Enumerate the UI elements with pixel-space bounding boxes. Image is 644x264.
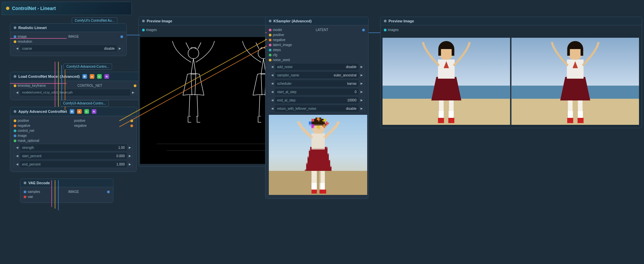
- add-noise-control[interactable]: ◀ add_noise disable ▶: [269, 63, 365, 70]
- start-at-step-label: start_at_step: [275, 90, 353, 94]
- ksampler-title: KSampler (Advanced): [273, 19, 311, 23]
- start-at-step-right[interactable]: ▶: [359, 88, 365, 95]
- title-dot: [6, 7, 9, 10]
- node-vae-decode-header: VAE Decode: [20, 179, 113, 187]
- label-images-2: images: [388, 28, 399, 32]
- sampler-name-left[interactable]: ◀: [269, 71, 275, 79]
- return-noise-left[interactable]: ◀: [269, 105, 275, 112]
- port-timestep-in: [14, 84, 16, 87]
- end-percent-control[interactable]: ◀ end_percent 1.000 ▶: [14, 161, 133, 168]
- label-positive-out: positive: [74, 119, 85, 122]
- return-noise-label: return_with_leftover_noise: [275, 107, 344, 110]
- node-apply-controlnet: Apply Advanced ControlNet ⊞ A C N positi…: [10, 107, 137, 172]
- node-realistic-lineart-title: Realistic Lineart: [18, 26, 47, 30]
- node-load-controlnet-header: Load ControlNet Model (Advanced) ⊞ A C N: [10, 72, 140, 81]
- label-positive-in: positive: [18, 119, 29, 122]
- end-at-step-left[interactable]: ◀: [269, 96, 275, 104]
- row-positive-k: positive: [269, 33, 365, 37]
- port-control-net-in: [14, 129, 16, 132]
- port-mask-in: [14, 140, 16, 142]
- label-negative-in: negative: [18, 124, 30, 127]
- strength-control[interactable]: ◀ strength 1.00 ▶: [14, 144, 133, 151]
- row-negative-k: negative: [269, 38, 365, 42]
- node-status-dot-4: [24, 182, 26, 184]
- row-vae: vae: [24, 195, 110, 199]
- coarse-control[interactable]: ◀ coarse disable ▶: [14, 45, 123, 52]
- coarse-left-btn[interactable]: ◀: [14, 45, 20, 52]
- add-noise-right[interactable]: ▶: [359, 63, 365, 70]
- end-left-btn[interactable]: ◀: [14, 161, 20, 168]
- add-noise-label: add_noise: [275, 65, 344, 69]
- row-image: image IMAGE: [14, 35, 123, 38]
- start-at-step-left[interactable]: ◀: [269, 88, 275, 95]
- label-samples: samples: [28, 190, 40, 194]
- sampler-name-right[interactable]: ▶: [359, 71, 365, 79]
- tooltip-comfyui-controlnet: ComfyUI's ControlNet Au...: [72, 17, 117, 24]
- row-image-in: image: [14, 134, 133, 138]
- port-positive-k: [269, 34, 271, 36]
- model-name-control[interactable]: ◀ models/control_v11p_sd15_lineart.pth ▶: [14, 89, 136, 96]
- port-steps-in: [269, 49, 271, 51]
- label-control-net-out: CONTROL_NET: [77, 84, 102, 87]
- scheduler-left[interactable]: ◀: [269, 80, 275, 87]
- model-left-btn[interactable]: ◀: [14, 89, 20, 96]
- main-canvas: ControlNet - Lineart ComfyUI's ControlNe…: [0, 0, 644, 264]
- right-preview-canvas: [382, 37, 640, 125]
- node-apply-controlnet-title: Apply Advanced ControlNet: [18, 109, 67, 113]
- scheduler-right[interactable]: ▶: [359, 80, 365, 87]
- preview-2-content: [381, 36, 642, 128]
- node-load-controlnet-body: timestep_keyframe CONTROL_NET ◀ models/c…: [10, 81, 140, 100]
- badge-icon-1: ⊞: [82, 74, 87, 79]
- label-image-out: IMAGE: [68, 35, 79, 38]
- start-left-btn[interactable]: ◀: [14, 152, 20, 160]
- coarse-right-btn[interactable]: ▶: [117, 45, 123, 52]
- return-noise-right[interactable]: ▶: [359, 105, 365, 112]
- scheduler-control[interactable]: ◀ scheduler karras ▶: [269, 80, 365, 87]
- end-at-step-label: end_at_step: [275, 98, 345, 102]
- title-bar: ControlNet - Lineart: [2, 2, 132, 15]
- label-image: image: [18, 35, 27, 38]
- preview-1-title: Preview Image: [147, 19, 172, 23]
- preview-2-title: Preview Image: [389, 19, 414, 23]
- end-right-btn[interactable]: ▶: [127, 161, 133, 168]
- node-load-controlnet-title: Load ControlNet Model (Advanced): [18, 74, 80, 78]
- start-percent-value: 0.000: [114, 154, 127, 158]
- row-noise-seed: noise_seed: [269, 58, 365, 62]
- return-noise-control[interactable]: ◀ return_with_leftover_noise disable ▶: [269, 105, 365, 112]
- start-at-step-control[interactable]: ◀ start_at_step 0 ▶: [269, 88, 365, 95]
- port-negative-out: [130, 124, 133, 127]
- port-negative-k: [269, 39, 271, 41]
- end-at-step-control[interactable]: ◀ end_at_step 10000 ▶: [269, 96, 365, 104]
- port-control-net-out: [134, 84, 136, 87]
- strength-label: strength: [20, 146, 116, 150]
- node-realistic-lineart-body: image IMAGE resolution ◀ coarse disable …: [10, 32, 126, 56]
- node-apply-controlnet-body: positive positive negative negative cont…: [10, 116, 136, 172]
- port-vae-in: [24, 196, 26, 198]
- ksampler-preview-canvas: [269, 115, 367, 195]
- sampler-name-control[interactable]: ◀ sampler_name euler_ancestral ▶: [269, 71, 365, 79]
- label-timestep: timestep_keyframe: [18, 84, 46, 87]
- row-cfg: cfg: [269, 53, 365, 57]
- model-name-label: models/control_v11p_sd15_lineart.pth: [20, 91, 130, 94]
- label-control-net: control_net: [18, 129, 34, 133]
- strength-right-btn[interactable]: ▶: [127, 144, 133, 151]
- end-at-step-right[interactable]: ▶: [359, 96, 365, 104]
- row-timestep: timestep_keyframe CONTROL_NET: [14, 84, 136, 87]
- label-cfg: cfg: [273, 53, 277, 57]
- badge-icon-4: N: [104, 74, 109, 79]
- row-resolution: resolution: [14, 40, 123, 43]
- start-right-btn[interactable]: ▶: [127, 152, 133, 160]
- port-model-in: [269, 29, 271, 31]
- tooltip-advanced-contro-2: ComfyUI-Advanced-Contro...: [60, 100, 109, 106]
- start-percent-label: start_percent: [20, 154, 114, 158]
- row-steps: steps: [269, 48, 365, 52]
- label-negative-k: negative: [273, 38, 285, 42]
- add-noise-left[interactable]: ◀: [269, 63, 275, 70]
- node-status-dot-3: [14, 110, 16, 113]
- scheduler-value: karras: [345, 82, 359, 85]
- strength-left-btn[interactable]: ◀: [14, 144, 20, 151]
- model-right-btn[interactable]: ▶: [130, 89, 136, 96]
- start-at-step-value: 0: [353, 90, 359, 94]
- label-latent: latent_image: [273, 43, 292, 47]
- start-percent-control[interactable]: ◀ start_percent 0.000 ▶: [14, 152, 133, 160]
